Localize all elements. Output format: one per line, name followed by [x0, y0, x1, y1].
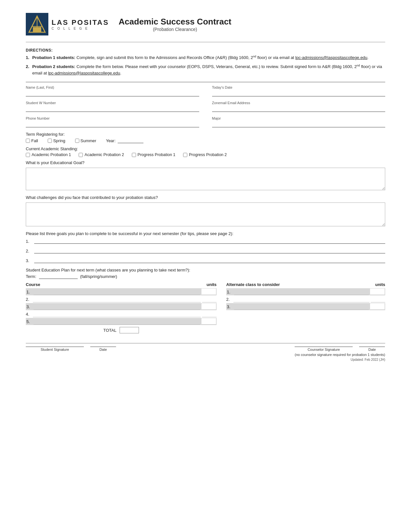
summer-checkbox[interactable]	[75, 139, 79, 143]
course-table-header: Course units	[26, 281, 217, 288]
logo-area: LAS POSITAS C O L L E G E	[26, 13, 109, 35]
course-row4-input[interactable]	[33, 311, 201, 317]
header-divider	[26, 42, 385, 42]
direction-item-2: 2. Probation 2 students: Complete the fo…	[26, 64, 385, 76]
course-row2-num: 2.	[26, 297, 32, 302]
student-date-line: Date	[90, 347, 116, 351]
prob1-bold: Probation 1 students:	[32, 55, 75, 60]
goal-row-1: 1.	[26, 237, 385, 244]
standing3-checkbox[interactable]	[132, 153, 136, 157]
course-row3-input[interactable]	[34, 303, 200, 310]
major-input[interactable]	[212, 121, 386, 127]
standing2-checkbox[interactable]	[79, 153, 83, 157]
edu-plan-label: Student Education Plan for next term (wh…	[26, 268, 385, 272]
course-table: Course units 1. 2. 3.	[26, 281, 217, 333]
directions-section: DIRECTIONS: 1. Probation 1 students: Com…	[26, 48, 385, 76]
zonemail-input[interactable]	[212, 105, 386, 112]
student-date-underline	[90, 347, 116, 347]
email-link-2[interactable]: lpc-admissions@laspositascollege.edu	[48, 71, 120, 75]
alt-col-label: Alternate class to consider	[226, 282, 280, 287]
logo-text: LAS POSITAS C O L L E G E	[52, 18, 109, 30]
course-row1-input[interactable]	[34, 289, 200, 295]
student-w-input[interactable]	[26, 105, 199, 112]
total-label: TOTAL	[103, 328, 117, 333]
alt-row1-input[interactable]	[234, 289, 369, 295]
edu-goal-section: What is your Educational Goal?	[26, 160, 385, 191]
year-input[interactable]	[118, 138, 143, 143]
alt-row2-num: 2.	[226, 297, 232, 302]
svg-rect-4	[33, 27, 37, 32]
sub-title: (Probation Clearance)	[153, 27, 197, 32]
counselor-sig-line: Counselor Signature	[295, 347, 353, 351]
alt-row3-units[interactable]	[370, 303, 385, 310]
course-row-2: 2.	[26, 296, 217, 302]
goal-row-3: 3.	[26, 257, 385, 263]
standing1-label: Academic Probation 1	[32, 153, 71, 157]
units-col-label: units	[207, 282, 217, 287]
phone-field: Phone Number	[26, 116, 199, 127]
student-sig-line: Student Signature	[26, 347, 84, 351]
college-name: LAS POSITAS	[52, 18, 109, 27]
alt-row2-input[interactable]	[233, 296, 369, 302]
edu-goal-textarea[interactable]	[26, 168, 385, 190]
date-input[interactable]	[212, 90, 386, 96]
spring-checkbox[interactable]	[48, 139, 52, 143]
alt-table-header: Alternate class to consider units	[226, 281, 385, 288]
zonemail-label: Zonemail Email Address	[212, 101, 386, 105]
goal3-num: 3.	[26, 258, 32, 263]
phone-input[interactable]	[26, 121, 199, 127]
alt-row3-num: 3.	[227, 304, 233, 309]
standing-label: Current Academic Standing:	[26, 146, 385, 151]
college-label: C O L L E G E	[52, 27, 109, 30]
major-label: Major	[212, 116, 386, 120]
course-row1-units[interactable]	[201, 289, 216, 295]
main-title: Academic Success Contract	[119, 17, 231, 27]
goal2-num: 2.	[26, 249, 32, 253]
date-field: Today's Date	[212, 85, 386, 96]
standing-checkboxes: Academic Probation 1 Academic Probation …	[26, 153, 385, 157]
alt-row-2: 2.	[226, 296, 385, 302]
email-link-1[interactable]: lpc-admissions@laspositascollege.edu	[295, 55, 367, 60]
course-row2-input[interactable]	[33, 296, 201, 302]
alt-row3-input[interactable]	[234, 303, 369, 310]
counselor-sig-label: Counselor Signature	[308, 348, 340, 351]
alt-row1-units[interactable]	[370, 289, 385, 295]
term-plan-input[interactable]	[39, 274, 78, 279]
course-row5-units[interactable]	[201, 318, 216, 325]
course-row3-units[interactable]	[201, 303, 216, 310]
summer-label: Summer	[81, 138, 96, 143]
zonemail-field: Zonemail Email Address	[212, 101, 386, 112]
goal2-input[interactable]	[34, 247, 385, 253]
course-row-3: 3.	[26, 303, 217, 310]
course-row4-num: 4.	[26, 312, 32, 317]
year-field: Year:	[106, 138, 143, 143]
signature-section: Student Signature Date Counselor Signatu…	[26, 343, 385, 361]
standing4-checkbox[interactable]	[183, 153, 187, 157]
goal-row-2: 2.	[26, 247, 385, 253]
svg-rect-5	[37, 27, 41, 32]
name-field: Name (Last, First)	[26, 85, 199, 96]
goal3-input[interactable]	[34, 257, 385, 263]
student-date-label: Date	[99, 348, 107, 351]
course-row2-units[interactable]	[202, 296, 217, 302]
name-input[interactable]	[26, 90, 199, 96]
term-checkboxes: Fall Spring Summer Year:	[26, 138, 385, 143]
goals-label: Please list three goals you plan to comp…	[26, 231, 385, 236]
fall-label: Fall	[31, 138, 38, 143]
standing2-item: Academic Probation 2	[79, 153, 124, 157]
counselor-sig-underline	[295, 347, 353, 347]
fall-checkbox[interactable]	[26, 139, 30, 143]
challenges-label: What challenges did you face that contri…	[26, 195, 385, 200]
course-row5-input[interactable]	[34, 318, 200, 325]
challenges-section: What challenges did you face that contri…	[26, 195, 385, 227]
standing1-checkbox[interactable]	[26, 153, 30, 157]
total-row: TOTAL	[26, 327, 217, 333]
student-w-label: Student W Number	[26, 101, 199, 105]
summer-checkbox-item: Summer	[75, 138, 96, 143]
course-row1-num: 1.	[26, 290, 32, 294]
goal1-input[interactable]	[34, 237, 385, 244]
challenges-textarea[interactable]	[26, 202, 385, 226]
alt-row2-units[interactable]	[371, 296, 385, 302]
course-row4-units[interactable]	[202, 311, 217, 317]
wnum-zonemail-row: Student W Number Zonemail Email Address	[26, 101, 385, 112]
